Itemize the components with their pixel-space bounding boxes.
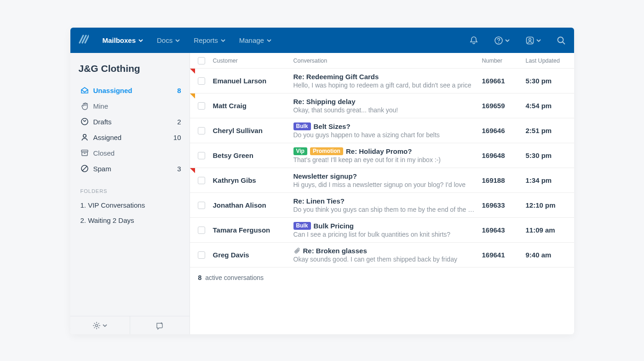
conversation-number: 169648: [482, 151, 505, 159]
row-checkbox[interactable]: [198, 102, 205, 110]
sidebar-item-count: 2: [177, 118, 181, 126]
last-updated: 4:54 pm: [526, 102, 552, 110]
nav-item-manage[interactable]: Manage: [239, 36, 271, 44]
sidebar-item-unassigned[interactable]: Unassigned8: [76, 82, 186, 98]
hand-icon: [80, 102, 89, 110]
customer-name: Emanuel Larson: [213, 77, 267, 85]
topbar-right: [469, 36, 566, 45]
last-updated: 1:34 pm: [526, 176, 552, 184]
conversation-subject: Re: Broken glasses: [303, 247, 367, 255]
conversation-number: 169646: [482, 127, 505, 134]
folder-list: Unassigned8MineDrafts2Assigned10ClosedSp…: [70, 82, 190, 176]
archive-icon: [80, 149, 89, 157]
conversation-number: 169661: [482, 77, 505, 85]
conversation-row[interactable]: Emanuel LarsonRe: Redeeming Gift CardsHe…: [190, 69, 574, 93]
nav-item-mailboxes[interactable]: Mailboxes: [103, 36, 144, 44]
conversation-row[interactable]: Tamara FergusonBulkBulk PricingCan I see…: [190, 218, 574, 243]
custom-folder[interactable]: 2. Waiting 2 Days: [70, 213, 190, 228]
conversation-preview: Hello, I was hoping to redeem a gift car…: [293, 82, 477, 89]
sidebar-item-label: Mine: [93, 102, 109, 110]
person-icon: [80, 133, 89, 141]
last-updated: 12:10 pm: [526, 201, 556, 209]
conversation-row[interactable]: Kathryn GibsNewsletter signup?Hi guys, d…: [190, 168, 574, 193]
select-all-checkbox[interactable]: [198, 57, 205, 64]
conversation-row[interactable]: Cheryl SullivanBulkBelt Sizes?Do you guy…: [190, 118, 574, 143]
tag-badge: Promotion: [310, 147, 343, 155]
help-icon[interactable]: [494, 36, 510, 45]
customer-name: Matt Craig: [213, 102, 247, 110]
last-updated: 2:51 pm: [526, 127, 552, 134]
col-number[interactable]: Number: [482, 58, 526, 64]
row-checkbox[interactable]: [198, 251, 205, 259]
conversation-number: 169633: [482, 201, 505, 209]
sidebar-item-label: Spam: [93, 165, 111, 173]
conversation-row[interactable]: Jonathan AlisonRe: Linen Ties?Do you thi…: [190, 193, 574, 218]
conversation-row[interactable]: Betsy GreenVipPromotionRe: Holiday Promo…: [190, 143, 574, 168]
customer-name: Cheryl Sullivan: [213, 127, 263, 134]
conversation-rows: Emanuel LarsonRe: Redeeming Gift CardsHe…: [190, 69, 574, 268]
inbox-icon: [80, 86, 89, 94]
sidebar-item-closed[interactable]: Closed: [76, 145, 186, 161]
customer-name: Kathryn Gibs: [213, 176, 256, 184]
mailbox-title: J&G Clothing: [70, 53, 190, 82]
settings-button[interactable]: [70, 316, 130, 334]
compose-button[interactable]: [130, 316, 190, 334]
tag-badge: Bulk: [293, 222, 311, 230]
sidebar-item-label: Closed: [93, 149, 115, 157]
sidebar-item-count: 8: [177, 87, 181, 94]
conversation-subject: Bulk Pricing: [314, 222, 354, 230]
nav-item-docs[interactable]: Docs: [157, 36, 180, 44]
priority-flag-icon: [190, 69, 195, 74]
list-header: Customer Conversation Number Last Update…: [190, 53, 574, 69]
row-checkbox[interactable]: [198, 127, 205, 134]
sidebar-item-assigned[interactable]: Assigned10: [76, 129, 186, 145]
conversation-subject: Newsletter signup?: [293, 172, 357, 180]
conversation-preview: Do you guys happen to have a sizing char…: [293, 131, 477, 139]
col-conversation[interactable]: Conversation: [293, 58, 482, 64]
customer-name: Tamara Ferguson: [213, 226, 270, 234]
row-checkbox[interactable]: [198, 177, 205, 184]
custom-folders: 1. VIP Conversations2. Waiting 2 Days: [70, 198, 190, 228]
col-customer[interactable]: Customer: [213, 58, 293, 64]
sidebar-item-count: 3: [177, 165, 181, 173]
folders-section-label: FOLDERS: [70, 176, 190, 198]
conversation-preview: Okay, that sounds great... thank you!: [293, 106, 477, 114]
row-checkbox[interactable]: [198, 77, 205, 85]
conversation-preview: Okay sounds good. I can get them shipped…: [293, 256, 477, 263]
conversation-number: 169659: [482, 102, 505, 110]
sidebar-item-drafts[interactable]: Drafts2: [76, 114, 186, 129]
conversation-number: 169188: [482, 176, 505, 184]
row-checkbox[interactable]: [198, 227, 205, 234]
conversation-row[interactable]: Greg DavisRe: Broken glassesOkay sounds …: [190, 243, 574, 268]
tag-badge: Vip: [293, 147, 307, 155]
row-checkbox[interactable]: [198, 202, 205, 209]
sidebar-item-label: Unassigned: [93, 87, 132, 94]
sidebar-item-spam[interactable]: Spam3: [76, 161, 186, 176]
col-updated[interactable]: Last Updated: [526, 58, 574, 64]
customer-name: Greg Davis: [213, 251, 249, 259]
nav-item-reports[interactable]: Reports: [194, 36, 225, 44]
list-footer: 8 active conversations: [190, 268, 574, 288]
conversation-subject: Re: Shipping delay: [293, 98, 356, 105]
nav-menu: MailboxesDocsReportsManage: [103, 36, 271, 44]
conversation-subject: Re: Holiday Promo?: [346, 147, 412, 155]
brand-logo-icon[interactable]: [79, 35, 89, 47]
customer-name: Betsy Green: [213, 151, 253, 159]
app-window: MailboxesDocsReportsManage J&G Clothing …: [70, 28, 574, 334]
custom-folder[interactable]: 1. VIP Conversations: [70, 198, 190, 213]
conversation-list: Customer Conversation Number Last Update…: [190, 53, 574, 334]
conversation-number: 169643: [482, 226, 505, 234]
search-icon[interactable]: [557, 36, 566, 45]
tag-badge: Bulk: [293, 122, 311, 130]
conversation-preview: That's great! I'll keep an eye out for i…: [293, 156, 477, 163]
sidebar-item-mine[interactable]: Mine: [76, 98, 186, 114]
customer-name: Jonathan Alison: [213, 201, 266, 209]
footer-text: active conversations: [205, 274, 264, 281]
conversation-row[interactable]: Matt CraigRe: Shipping delayOkay, that s…: [190, 93, 574, 118]
account-icon[interactable]: [525, 36, 541, 45]
conversation-preview: Can I see a pricing list for bulk quanti…: [293, 231, 477, 238]
sidebar-item-label: Assigned: [93, 134, 122, 141]
row-checkbox[interactable]: [198, 152, 205, 159]
last-updated: 9:40 am: [526, 251, 552, 259]
notifications-icon[interactable]: [469, 36, 478, 45]
